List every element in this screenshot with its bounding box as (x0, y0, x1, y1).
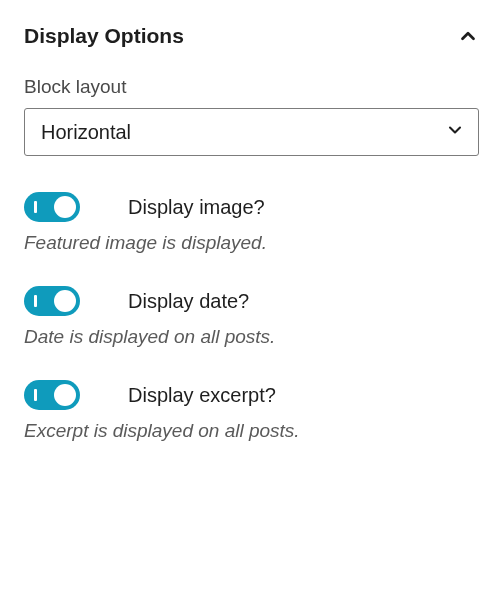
display-date-label: Display date? (128, 290, 249, 313)
block-layout-select-wrap: Horizontal (24, 108, 479, 156)
display-image-row: Display image? (24, 192, 479, 222)
block-layout-label: Block layout (24, 76, 479, 98)
display-image-help: Featured image is displayed. (24, 232, 479, 254)
block-layout-select[interactable]: Horizontal (24, 108, 479, 156)
panel-header[interactable]: Display Options (24, 24, 479, 48)
panel-title: Display Options (24, 24, 184, 48)
chevron-up-icon (457, 25, 479, 47)
display-image-label: Display image? (128, 196, 265, 219)
display-date-help: Date is displayed on all posts. (24, 326, 479, 348)
display-date-toggle[interactable] (24, 286, 80, 316)
display-excerpt-help: Excerpt is displayed on all posts. (24, 420, 479, 442)
display-date-row: Display date? (24, 286, 479, 316)
display-excerpt-row: Display excerpt? (24, 380, 479, 410)
display-excerpt-toggle[interactable] (24, 380, 80, 410)
display-excerpt-label: Display excerpt? (128, 384, 276, 407)
display-image-toggle[interactable] (24, 192, 80, 222)
